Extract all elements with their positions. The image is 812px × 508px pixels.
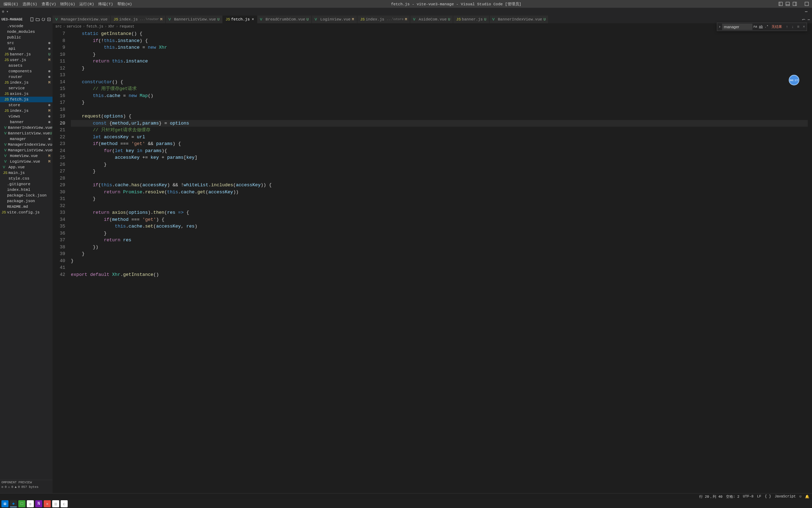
menu-item[interactable]: 选择(S) [20, 1, 39, 7]
indent-spaces[interactable]: 空格: 2 [726, 494, 739, 499]
toolbar-left[interactable]: ⚙ ▾ [2, 10, 8, 14]
code-line[interactable]: return Promise.resolve(this.cache.get(ac… [71, 189, 808, 196]
tree-item[interactable]: views [0, 114, 53, 119]
tree-item[interactable]: VBannerListView.vueU [0, 131, 53, 136]
code-line[interactable]: for(let key in params){ [71, 147, 808, 155]
menu-item[interactable]: 编辑(E) [1, 1, 20, 7]
file-tree[interactable]: .vscodenode_modulespublicsrcapiJSbanner.… [0, 23, 53, 480]
tree-item[interactable]: JSindex.jsM [0, 108, 53, 114]
layout-right-icon[interactable] [792, 1, 797, 6]
code-line[interactable] [71, 264, 808, 271]
tree-item[interactable]: VManagerIndexView.vue [0, 142, 53, 147]
find-selection-icon[interactable]: ≡ [795, 25, 801, 29]
language-mode[interactable]: JavaScript [775, 495, 796, 498]
code-line[interactable]: constructor() { [71, 79, 808, 86]
breadcrumb-item[interactable]: src [55, 25, 62, 29]
menu-item[interactable]: 查看(V) [39, 1, 59, 7]
tree-item[interactable]: src [0, 40, 53, 46]
brackets-icon[interactable]: { } [765, 495, 771, 498]
collapse-icon[interactable] [47, 17, 51, 22]
encoding[interactable]: UTF-8 [743, 495, 753, 498]
editor-tab[interactable]: VBannerIndexView.vueU [490, 16, 549, 23]
code-line[interactable]: static getInstance() { [71, 30, 808, 37]
regex-icon[interactable]: .* [764, 24, 769, 30]
vscode-taskbar-icon[interactable]: ◆ [10, 500, 17, 507]
tree-item[interactable]: node_modules [0, 29, 53, 35]
tree-item[interactable]: VLoginView.vueM [0, 159, 53, 164]
code-line[interactable]: } [71, 258, 808, 265]
tree-item[interactable]: VBannerIndexView.vueU [0, 125, 53, 131]
code-line[interactable]: return this.instance [71, 58, 808, 65]
app-icon-4[interactable]: ◐ [61, 500, 68, 507]
app-icon-2[interactable]: ✕ [44, 500, 51, 507]
new-folder-icon[interactable] [36, 17, 40, 22]
app-icon-3[interactable]: ▦ [52, 500, 59, 507]
code-line[interactable] [71, 106, 808, 113]
tree-item[interactable]: service [0, 85, 53, 91]
editor-tab[interactable]: VBannerListView.vueU [166, 16, 223, 23]
code-line[interactable]: }) [71, 244, 808, 251]
code-line[interactable]: } [71, 65, 808, 72]
tree-item[interactable]: components [0, 68, 53, 74]
code-line[interactable]: request(options) { [71, 113, 808, 120]
tree-item[interactable]: JSvite.config.js [0, 210, 53, 215]
feedback-icon[interactable]: ☺ [799, 495, 801, 498]
menu-item[interactable]: 转到(G) [58, 1, 77, 7]
tree-item[interactable]: JSfetch.js [0, 97, 53, 102]
code-line[interactable] [71, 72, 808, 79]
more-actions-icon[interactable]: ⋯ [807, 17, 810, 22]
tree-item[interactable]: .gitignore [0, 181, 53, 187]
code-line[interactable]: if(!this.instance) { [71, 37, 808, 44]
editor-tab[interactable]: JSfetch.js× [223, 16, 257, 23]
tree-item[interactable]: package.json [0, 198, 53, 204]
cursor-position[interactable]: 行 20，列 40 [699, 494, 722, 499]
tree-item[interactable]: JSbanner.jsU [0, 52, 53, 57]
tree-item[interactable]: store [0, 102, 53, 108]
find-prev-icon[interactable]: ↑ [784, 25, 790, 29]
tree-item[interactable]: README.md [0, 204, 53, 210]
editor-tab[interactable]: VAsideCom.vueU [410, 16, 453, 23]
code-line[interactable]: if(method === 'get') { [71, 216, 808, 223]
tree-item[interactable]: api [0, 46, 53, 52]
code-line[interactable]: // 用于缓存get请求 [71, 85, 808, 92]
menu-item[interactable]: 运行(R) [77, 1, 96, 7]
menu-item[interactable]: 帮助(H) [115, 1, 134, 7]
tree-item[interactable]: JSindex.jsM [0, 80, 53, 85]
code-line[interactable]: // 只针对get请求去做缓存 [71, 127, 808, 134]
code-line[interactable]: this.cache.set(accessKey, res) [71, 223, 808, 230]
code-line[interactable]: return res [71, 237, 808, 244]
go-back-icon[interactable]: ⤺ [802, 17, 805, 22]
editor-tab[interactable]: JSindex.js...\storeM [357, 16, 410, 23]
breadcrumb[interactable]: src›service›fetch.js›Xhr›request [53, 23, 812, 30]
tree-item[interactable]: package-lock.json [0, 193, 53, 198]
code-line[interactable]: export default Xhr.getInstance() [71, 271, 808, 278]
tree-item[interactable]: VHomeView.vueM [0, 153, 53, 159]
tree-item[interactable]: public [0, 35, 53, 40]
code-area[interactable]: 7891011121314151617181920212223242526272… [53, 30, 812, 493]
breadcrumb-item[interactable]: fetch.js [86, 25, 103, 29]
code-line[interactable]: if(method === 'get' && params) { [71, 140, 808, 147]
refresh-icon[interactable] [41, 17, 45, 22]
code-line[interactable]: this.cache = new Map() [71, 92, 808, 99]
code-line[interactable]: } [71, 168, 808, 175]
start-button[interactable]: ⊞ [1, 500, 8, 507]
tree-item[interactable]: router [0, 74, 53, 80]
editor-tab[interactable]: JSbanner.jsU [453, 16, 489, 23]
code-line[interactable]: return axios(options).then(res => { [71, 209, 808, 216]
code-line[interactable]: } [71, 195, 808, 202]
code-line[interactable] [71, 202, 808, 210]
notifications-icon[interactable]: 🔔 [805, 495, 809, 499]
code-line[interactable]: } [71, 51, 808, 58]
code-line[interactable]: let accessKey = url [71, 134, 808, 141]
code-line[interactable]: const {method,url,params} = options [71, 120, 808, 127]
code-line[interactable]: if(this.cache.has(accessKey) && !whiteLi… [71, 182, 808, 189]
code-line[interactable]: accessKey += key + params[key] [71, 154, 808, 161]
menu-item[interactable]: 终端(T) [96, 1, 115, 7]
code-content[interactable]: static getInstance() { if(!this.instance… [71, 30, 808, 493]
tree-item[interactable]: manager [0, 136, 53, 142]
code-line[interactable] [71, 175, 808, 182]
tree-item[interactable]: JSuser.jsM [0, 57, 53, 63]
find-expand-icon[interactable]: › [717, 25, 722, 29]
tree-item[interactable]: banner [0, 119, 53, 125]
tree-item[interactable]: JSaxios.js [0, 91, 53, 97]
